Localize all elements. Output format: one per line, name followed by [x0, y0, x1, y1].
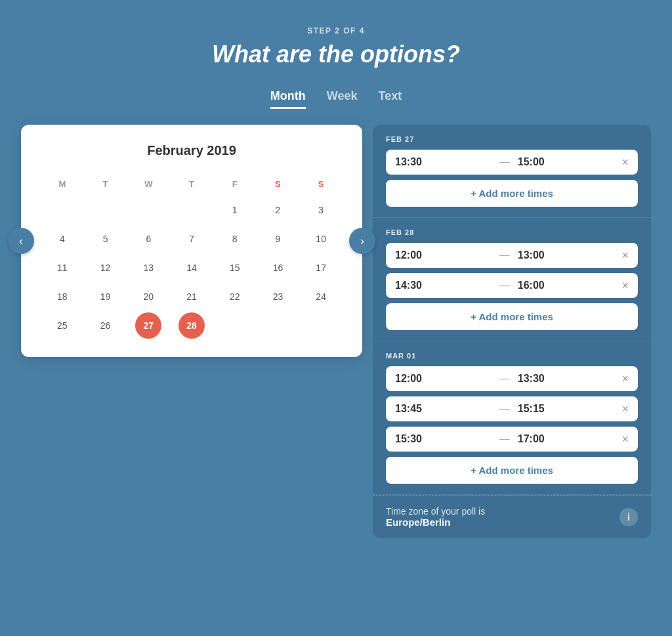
- day-cell-19[interactable]: 19: [93, 284, 119, 310]
- remove-time-button[interactable]: ×: [622, 373, 629, 385]
- main-content: ‹ February 2019 MTWTFSS12345678910111213…: [21, 125, 651, 538]
- prev-month-button[interactable]: ‹: [8, 228, 34, 254]
- day-cell-5[interactable]: 5: [93, 226, 119, 252]
- time-dash: —: [499, 249, 510, 261]
- next-month-button[interactable]: ›: [349, 228, 375, 254]
- day-cell-8[interactable]: 8: [222, 226, 248, 252]
- day-cell-25[interactable]: 25: [49, 312, 75, 339]
- time-row-feb28-0: 12:00—13:00×: [386, 243, 638, 268]
- time-end[interactable]: 15:15: [518, 403, 614, 415]
- day-header-f4: F: [215, 174, 255, 194]
- time-start[interactable]: 15:30: [395, 433, 492, 445]
- calendar-title: February 2019: [42, 143, 341, 158]
- remove-time-button[interactable]: ×: [622, 249, 629, 261]
- time-end[interactable]: 17:00: [518, 433, 614, 445]
- time-row-mar01-0: 12:00—13:30×: [386, 366, 638, 391]
- calendar: February 2019 MTWTFSS1234567891011121314…: [21, 125, 362, 357]
- day-cell-3[interactable]: 3: [308, 197, 334, 223]
- add-more-times-button-feb28[interactable]: + Add more times: [386, 303, 638, 330]
- timezone-info-icon[interactable]: i: [620, 508, 638, 526]
- day-header-s5: S: [258, 174, 299, 194]
- day-cell-11[interactable]: 11: [49, 255, 75, 281]
- day-cell-empty: [49, 197, 75, 223]
- time-start[interactable]: 14:30: [395, 280, 492, 291]
- step-label: STEP 2 OF 4: [307, 26, 365, 35]
- time-row-mar01-2: 15:30—17:00×: [386, 427, 638, 452]
- time-row-feb27-0: 13:30—15:00×: [386, 150, 638, 175]
- time-end[interactable]: 13:00: [518, 249, 614, 261]
- remove-time-button[interactable]: ×: [622, 403, 629, 415]
- day-cell-12[interactable]: 12: [93, 255, 119, 281]
- remove-time-button[interactable]: ×: [622, 280, 629, 291]
- time-dash: —: [499, 156, 510, 168]
- day-cell-empty: [135, 197, 161, 223]
- remove-time-button[interactable]: ×: [622, 433, 629, 445]
- time-dash: —: [499, 433, 510, 445]
- day-cell-17[interactable]: 17: [308, 255, 334, 281]
- time-start[interactable]: 13:30: [395, 156, 492, 168]
- day-cell-28[interactable]: 28: [178, 312, 205, 339]
- day-header-s6: S: [301, 174, 341, 194]
- day-cell-6[interactable]: 6: [135, 226, 161, 252]
- tab-month[interactable]: Month: [270, 89, 306, 109]
- time-start[interactable]: 13:45: [395, 403, 492, 415]
- day-cell-26[interactable]: 26: [93, 312, 119, 339]
- add-more-times-button-mar01[interactable]: + Add more times: [386, 457, 638, 484]
- day-cell-empty: [222, 312, 248, 339]
- date-label-feb27: FEB 27: [386, 135, 638, 143]
- day-cell-15[interactable]: 15: [222, 255, 248, 281]
- day-cell-13[interactable]: 13: [135, 255, 161, 281]
- day-cell-7[interactable]: 7: [178, 226, 205, 252]
- day-cell-1[interactable]: 1: [222, 197, 248, 223]
- day-cell-27[interactable]: 27: [135, 312, 161, 339]
- time-dash: —: [499, 280, 510, 291]
- time-start[interactable]: 12:00: [395, 373, 492, 385]
- day-cell-4[interactable]: 4: [49, 226, 75, 252]
- date-section-mar01: MAR 0112:00—13:30×13:45—15:15×15:30—17:0…: [373, 341, 651, 495]
- calendar-container: ‹ February 2019 MTWTFSS12345678910111213…: [21, 125, 362, 357]
- tab-text[interactable]: Text: [379, 89, 402, 109]
- day-cell-21[interactable]: 21: [178, 284, 205, 310]
- day-cell-9[interactable]: 9: [264, 226, 291, 252]
- day-cell-23[interactable]: 23: [264, 284, 291, 310]
- day-cell-24[interactable]: 24: [308, 284, 334, 310]
- day-header-w2: W: [128, 174, 169, 194]
- time-end[interactable]: 15:00: [518, 156, 614, 168]
- time-row-mar01-1: 13:45—15:15×: [386, 396, 638, 421]
- day-cell-22[interactable]: 22: [222, 284, 248, 310]
- day-cell-18[interactable]: 18: [49, 284, 75, 310]
- date-section-feb28: FEB 2812:00—13:00×14:30—16:00×+ Add more…: [373, 218, 651, 341]
- day-cell-2[interactable]: 2: [264, 197, 291, 223]
- time-row-feb28-1: 14:30—16:00×: [386, 273, 638, 298]
- date-label-mar01: MAR 01: [386, 352, 638, 360]
- day-cell-empty: [308, 312, 334, 339]
- time-start[interactable]: 12:00: [395, 249, 492, 261]
- schedule-panel: FEB 2713:30—15:00×+ Add more timesFEB 28…: [373, 125, 651, 538]
- day-cell-empty: [264, 312, 291, 339]
- day-cell-20[interactable]: 20: [135, 284, 161, 310]
- day-header-m0: M: [42, 174, 83, 194]
- date-section-feb27: FEB 2713:30—15:00×+ Add more times: [373, 125, 651, 218]
- tab-week[interactable]: Week: [327, 89, 358, 109]
- time-end[interactable]: 16:00: [518, 280, 614, 291]
- page-title: What are the options?: [212, 41, 460, 68]
- date-label-feb28: FEB 28: [386, 228, 638, 236]
- day-cell-14[interactable]: 14: [178, 255, 205, 281]
- timezone-section: Time zone of your poll isEurope/Berlini: [373, 495, 651, 538]
- day-header-t3: T: [171, 174, 212, 194]
- time-dash: —: [499, 403, 510, 415]
- day-cell-empty: [178, 197, 205, 223]
- remove-time-button[interactable]: ×: [622, 156, 629, 168]
- day-cell-empty: [93, 197, 119, 223]
- time-end[interactable]: 13:30: [518, 373, 614, 385]
- time-dash: —: [499, 373, 510, 385]
- day-cell-16[interactable]: 16: [264, 255, 291, 281]
- day-header-t1: T: [85, 174, 126, 194]
- day-cell-10[interactable]: 10: [308, 226, 334, 252]
- timezone-text: Time zone of your poll isEurope/Berlin: [386, 506, 485, 528]
- add-more-times-button-feb27[interactable]: + Add more times: [386, 180, 638, 207]
- calendar-grid: MTWTFSS123456789101112131415161718192021…: [42, 174, 341, 339]
- tab-bar: Month Week Text: [270, 89, 402, 109]
